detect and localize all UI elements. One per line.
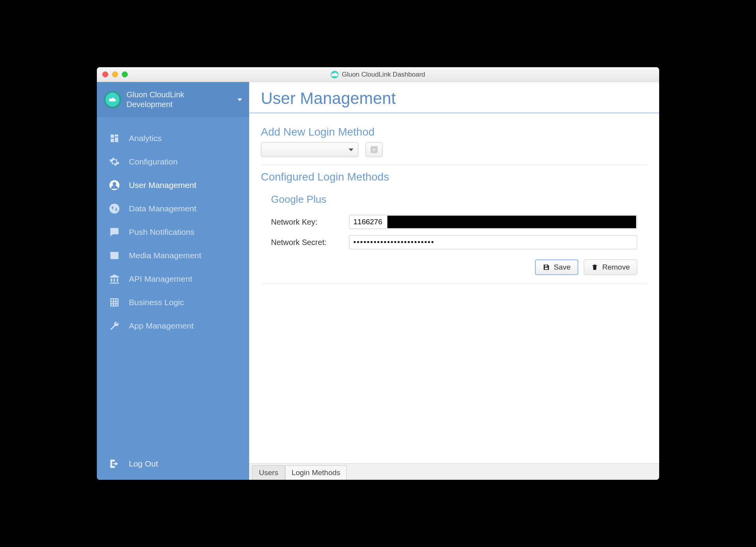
remove-label: Remove [602, 263, 630, 272]
sidebar-item-user-management[interactable]: User Management [97, 173, 249, 197]
close-window-button[interactable] [102, 72, 108, 77]
logout-icon [109, 458, 120, 470]
sidebar-item-label: Data Management [129, 204, 196, 213]
gear-icon [109, 156, 120, 168]
user-icon [109, 179, 120, 191]
sidebar-item-analytics[interactable]: Analytics [97, 127, 249, 150]
sidebar-item-push-notifications[interactable]: Push Notifications [97, 220, 249, 244]
dashboard-icon [109, 132, 120, 144]
sidebar-item-label: Analytics [129, 134, 162, 143]
svg-rect-1 [115, 134, 118, 136]
content: Add New Login Method ＋ Configured Login … [249, 113, 659, 463]
window-title: Gluon CloudLink Dashboard [97, 71, 659, 79]
sidebar-item-business-logic[interactable]: Business Logic [97, 291, 249, 314]
grid-icon [109, 297, 120, 308]
method-actions: Save Remove [261, 252, 647, 275]
plus-icon: ＋ [371, 146, 378, 153]
login-method-name: Google Plus [271, 193, 647, 206]
sidebar-item-label: Media Management [129, 251, 201, 260]
sidebar-item-label: API Management [129, 274, 192, 284]
add-section-title: Add New Login Method [261, 126, 647, 138]
add-login-method-button[interactable]: ＋ [366, 142, 383, 157]
window-controls [102, 72, 128, 77]
svg-point-5 [112, 182, 116, 186]
bank-icon [109, 273, 120, 285]
redacted-overlay [387, 216, 636, 228]
sidebar-item-api-management[interactable]: API Management [97, 267, 249, 291]
login-method-dropdown[interactable] [261, 142, 358, 157]
page-title: User Management [261, 89, 647, 108]
window-title-text: Gluon CloudLink Dashboard [342, 71, 425, 79]
add-login-method-row: ＋ [261, 142, 647, 165]
svg-rect-2 [115, 138, 118, 142]
app-body: Gluon CloudLink Development Analytics Co [97, 82, 659, 480]
network-key-row: Network Key: [261, 212, 647, 232]
sidebar-item-label: App Management [129, 321, 194, 331]
login-method-block: Google Plus Network Key: Network Secret: [261, 187, 647, 284]
page-header: User Management [249, 82, 659, 113]
title-bar[interactable]: Gluon CloudLink Dashboard [97, 67, 659, 82]
application-window: Gluon CloudLink Dashboard Gluon CloudLin… [97, 67, 659, 480]
svg-rect-3 [111, 139, 114, 142]
minimize-window-button[interactable] [112, 72, 118, 77]
svg-rect-0 [111, 134, 114, 138]
configured-section-title: Configured Login Methods [261, 171, 647, 183]
tab-login-methods[interactable]: Login Methods [285, 465, 347, 480]
sidebar-item-app-management[interactable]: App Management [97, 314, 249, 338]
main-panel: User Management Add New Login Method ＋ C… [249, 82, 659, 480]
network-secret-input[interactable] [349, 235, 637, 249]
network-secret-input-wrap [349, 235, 637, 249]
sidebar-item-label: Configuration [129, 157, 178, 166]
sidebar-item-media-management[interactable]: Media Management [97, 244, 249, 267]
swap-icon [109, 203, 120, 215]
sidebar-item-data-management[interactable]: Data Management [97, 197, 249, 220]
cloud-icon [331, 71, 339, 79]
maximize-window-button[interactable] [122, 72, 128, 77]
sidebar: Gluon CloudLink Development Analytics Co [97, 82, 249, 480]
tab-label: Users [259, 468, 278, 477]
workspace-switcher[interactable]: Gluon CloudLink Development [97, 82, 249, 117]
chevron-down-icon [349, 148, 353, 151]
network-secret-label: Network Secret: [271, 238, 345, 247]
sidebar-item-label: Business Logic [129, 298, 184, 307]
logout-button[interactable]: Log Out [97, 449, 249, 480]
tab-label: Login Methods [292, 468, 341, 477]
network-key-label: Network Key: [271, 218, 345, 227]
image-icon [109, 250, 120, 261]
svg-point-6 [109, 204, 119, 214]
save-icon [543, 264, 550, 271]
bottom-tabs: Users Login Methods [249, 463, 659, 480]
nav: Analytics Configuration User Management [97, 117, 249, 449]
workspace-name: Gluon CloudLink Development [127, 90, 232, 109]
brand-logo [104, 91, 121, 108]
save-label: Save [554, 263, 571, 272]
sidebar-item-configuration[interactable]: Configuration [97, 150, 249, 173]
sidebar-item-label: Push Notifications [129, 227, 194, 237]
wrench-icon [109, 320, 120, 332]
tab-users[interactable]: Users [252, 465, 285, 480]
logout-label: Log Out [129, 459, 158, 468]
chevron-down-icon [237, 98, 242, 101]
network-key-input-wrap [349, 215, 637, 229]
save-button[interactable]: Save [535, 259, 578, 275]
trash-icon [591, 264, 598, 271]
chat-icon [109, 226, 120, 238]
remove-button[interactable]: Remove [584, 259, 637, 275]
sidebar-item-label: User Management [129, 181, 196, 190]
network-secret-row: Network Secret: [261, 232, 647, 252]
